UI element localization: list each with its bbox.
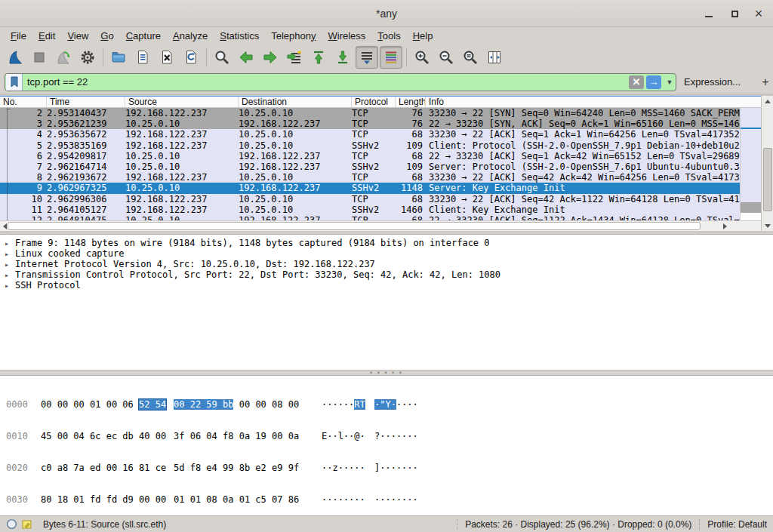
packet-row-11[interactable]: 112.964105127192.168.122.23710.25.0.10SS… <box>0 204 761 215</box>
packet-list-hscrollbar[interactable] <box>0 220 761 231</box>
intelligent-scrollbar-minimap[interactable] <box>740 108 761 220</box>
packet-row-5[interactable]: 52.953835169192.168.122.23710.25.0.10SSH… <box>0 140 761 151</box>
column-header-info[interactable]: Info <box>426 97 761 107</box>
hex-row[interactable]: 001045 00 04 6c ec db 40 003f 06 04 f8 0… <box>6 431 773 441</box>
detail-frame[interactable]: ▸Frame 9: 1148 bytes on wire (9184 bits)… <box>5 238 773 248</box>
display-filter-field[interactable]: tcp.port == 22 ✕ → ▼ <box>5 73 676 91</box>
column-header-protocol[interactable]: Protocol <box>352 97 396 107</box>
capture-options-button[interactable] <box>76 46 99 69</box>
minimap-gray-band <box>741 202 762 213</box>
capture-comment-button[interactable] <box>22 519 32 530</box>
detail-ip[interactable]: ▸Internet Protocol Version 4, Src: 10.25… <box>5 259 773 269</box>
resize-columns-button[interactable] <box>483 46 506 69</box>
column-header-no[interactable]: No. <box>0 97 47 107</box>
add-filter-button[interactable]: + <box>756 75 773 89</box>
filter-apply-button[interactable]: → <box>646 75 661 89</box>
menu-edit[interactable]: Edit <box>32 29 61 43</box>
filter-bookmark-button[interactable] <box>6 74 23 91</box>
expert-info-button[interactable] <box>6 518 17 530</box>
go-first-button[interactable] <box>307 46 330 69</box>
column-header-length[interactable]: Length <box>396 97 426 107</box>
packet-row-7[interactable]: 72.96216471410.25.0.10192.168.122.237SSH… <box>0 161 761 172</box>
stop-icon <box>31 49 48 66</box>
go-forward-button[interactable] <box>259 46 282 69</box>
scroll-right-button[interactable] <box>720 221 729 232</box>
close-button[interactable]: × <box>746 0 771 27</box>
menu-file[interactable]: File <box>5 29 32 43</box>
zoom-out-button[interactable] <box>435 46 457 69</box>
expand-arrow-icon[interactable]: ▸ <box>5 281 15 291</box>
stop-capture-button[interactable] <box>28 46 51 69</box>
menu-analyze[interactable]: Analyze <box>167 29 214 43</box>
filter-history-dropdown[interactable]: ▼ <box>664 73 676 91</box>
expand-arrow-icon[interactable]: ▸ <box>5 270 15 280</box>
expression-button[interactable]: Expression... <box>684 76 741 88</box>
packet-row-6[interactable]: 62.95420981710.25.0.10192.168.122.237TCP… <box>0 151 761 161</box>
packet-row-10[interactable]: 102.962996306192.168.122.23710.25.0.10TC… <box>0 194 761 204</box>
hex-row[interactable]: 0020c0 a8 7a ed 00 16 81 ce5d f8 e4 99 8… <box>6 463 773 473</box>
go-back-button[interactable] <box>235 46 257 69</box>
menu-go[interactable]: Go <box>94 29 119 43</box>
hex-row[interactable]: 000000 00 00 01 00 06 52 5400 22 59 bb 0… <box>6 399 773 410</box>
menu-tools[interactable]: Tools <box>371 29 406 43</box>
hex-row[interactable]: 003080 18 01 fd fd d9 00 0001 01 08 0a 0… <box>6 494 773 505</box>
toolbar-separator <box>103 48 103 66</box>
titlebar[interactable]: *any × <box>0 0 773 27</box>
expand-arrow-icon[interactable]: ▸ <box>5 249 15 259</box>
menu-telephony[interactable]: Telephony <box>265 29 322 43</box>
column-header-destination[interactable]: Destination <box>239 97 352 107</box>
filter-input[interactable]: tcp.port == 22 <box>23 76 629 88</box>
minimize-button[interactable] <box>696 0 722 27</box>
bookmark-icon <box>10 76 19 88</box>
close-file-button[interactable] <box>156 46 178 69</box>
go-to-packet-button[interactable] <box>283 46 306 69</box>
menu-wireless[interactable]: Wireless <box>322 29 372 43</box>
colorize-button[interactable] <box>380 46 402 69</box>
column-header-time[interactable]: Time <box>47 97 125 107</box>
reload-file-button[interactable] <box>180 46 202 69</box>
expand-arrow-icon[interactable]: ▸ <box>5 238 15 248</box>
start-capture-button[interactable] <box>4 46 26 69</box>
save-file-button[interactable] <box>131 46 154 69</box>
menu-help[interactable]: Help <box>407 29 439 43</box>
menu-capture[interactable]: Capture <box>120 29 167 43</box>
arrow-right-icon <box>262 49 279 66</box>
maximize-button[interactable] <box>722 0 747 27</box>
arrow-right-small-icon <box>723 223 727 229</box>
detail-tcp[interactable]: ▸Transmission Control Protocol, Src Port… <box>5 269 773 280</box>
column-header-source[interactable]: Source <box>125 97 239 107</box>
restart-capture-button[interactable] <box>52 46 75 69</box>
scroll-up-button[interactable] <box>762 96 773 106</box>
expand-arrow-icon[interactable]: ▸ <box>5 260 15 269</box>
vscrollbar-thumb[interactable] <box>763 148 772 211</box>
hscrollbar-thumb[interactable] <box>8 222 701 230</box>
find-packet-button[interactable] <box>211 46 233 69</box>
packet-list-header: No. Time Source Destination Protocol Len… <box>0 96 761 108</box>
hex-dump-pane[interactable]: 000000 00 00 01 00 06 52 5400 22 59 bb 0… <box>0 375 773 515</box>
auto-scroll-button[interactable] <box>356 46 378 69</box>
packet-row-12[interactable]: 122.96481047510.25.0.10192.168.122.237TC… <box>0 215 761 220</box>
packet-list: 22.953140437192.168.122.23710.25.0.10TCP… <box>0 108 761 220</box>
go-last-button[interactable] <box>331 46 354 69</box>
packet-row-4[interactable]: 42.953635672192.168.122.23710.25.0.10TCP… <box>0 129 761 140</box>
packet-row-9-selected[interactable]: 92.96296732510.25.0.10192.168.122.237SSH… <box>0 183 761 193</box>
packet-row-8[interactable]: 82.962193672192.168.122.23710.25.0.10TCP… <box>0 172 761 183</box>
close-icon: × <box>755 7 763 20</box>
filter-clear-button[interactable]: ✕ <box>629 75 644 89</box>
zoom-out-icon <box>438 49 454 66</box>
reload-document-icon <box>183 49 199 66</box>
scroll-down-button[interactable] <box>762 220 773 231</box>
detail-ssh[interactable]: ▸SSH Protocol <box>5 280 773 291</box>
zoom-in-button[interactable] <box>411 46 433 69</box>
statusbar: Bytes 6-11: Source (sll.src.eth) Packets… <box>0 515 773 532</box>
pane-splitter[interactable]: • • • • • <box>0 370 773 375</box>
detail-linux-cooked[interactable]: ▸Linux cooked capture <box>5 248 773 259</box>
menu-view[interactable]: View <box>61 29 94 43</box>
open-file-button[interactable] <box>107 46 130 69</box>
packet-list-vscrollbar[interactable] <box>761 96 773 231</box>
packet-row-2[interactable]: 22.953140437192.168.122.23710.25.0.10TCP… <box>0 108 761 118</box>
status-profile[interactable]: Profile: Default <box>707 519 767 530</box>
zoom-original-button[interactable] <box>459 46 482 69</box>
menu-statistics[interactable]: Statistics <box>214 29 265 43</box>
packet-row-3[interactable]: 32.95362123910.25.0.10192.168.122.237TCP… <box>0 118 761 129</box>
